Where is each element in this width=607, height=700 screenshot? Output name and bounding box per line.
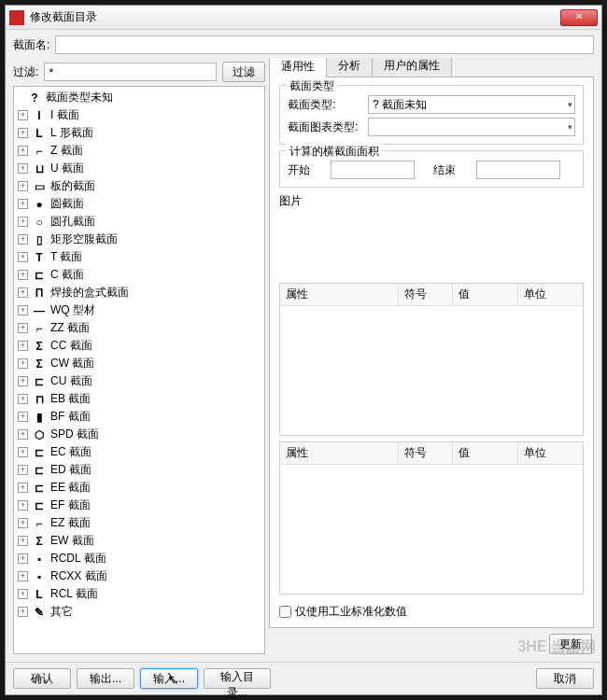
property-table-1[interactable]: 属性 符号 值 单位 [279, 283, 584, 436]
section-shape-icon: ⊏ [32, 482, 47, 495]
expand-icon[interactable]: + [18, 358, 28, 369]
only-standard-checkbox[interactable] [279, 606, 291, 618]
property-table-2[interactable]: 属性 符号 值 单位 [279, 441, 584, 595]
update-button[interactable]: 更新 [549, 634, 592, 654]
tree-item[interactable]: +⊓EB 截面 [14, 390, 264, 408]
tree-item[interactable]: +—WQ 型材 [14, 301, 264, 319]
tree-item[interactable]: +ΣCC 截面 [14, 337, 264, 355]
section-type-label: 截面类型: [288, 97, 362, 113]
filter-input[interactable] [44, 63, 217, 81]
tree-item[interactable]: +LL 形截面 [14, 124, 264, 142]
filter-row: 过滤: 过滤 [13, 62, 265, 82]
tree-item[interactable]: +ΣEW 截面 [14, 532, 264, 550]
dialog-window: 修改截面目录 ✕ 截面名: 过滤: 过滤 ?截面类型未知+II 截面+LL 形截… [5, 5, 602, 695]
tree-item[interactable]: +▮BF 截面 [14, 408, 264, 426]
expand-icon[interactable]: + [18, 128, 28, 138]
tree-item[interactable]: +⊔U 截面 [14, 160, 264, 177]
tree-item[interactable]: +⌐ZZ 截面 [14, 319, 264, 337]
expand-icon[interactable]: + [18, 518, 28, 528]
tree-item-label: 其它 [50, 604, 73, 620]
expand-icon[interactable]: + [18, 181, 28, 191]
expand-icon[interactable]: + [18, 394, 28, 404]
expand-icon[interactable]: + [18, 199, 28, 209]
ok-button[interactable]: 确认 [13, 668, 71, 689]
tree-item-label: C 截面 [50, 267, 84, 283]
tree-item-label: 圆孔截面 [50, 214, 95, 230]
expand-icon[interactable]: + [18, 252, 28, 262]
expand-icon[interactable]: + [18, 217, 28, 227]
expand-icon[interactable]: + [18, 234, 28, 245]
tree-item[interactable]: +▭板的截面 [14, 177, 264, 195]
expand-icon[interactable]: + [18, 429, 28, 440]
tree-item[interactable]: ?截面类型未知 [14, 89, 264, 106]
expand-icon[interactable]: + [18, 607, 28, 617]
section-shape-icon: ▭ [32, 180, 47, 193]
close-button[interactable]: ✕ [560, 9, 598, 26]
tree-item-label: CW 截面 [50, 356, 94, 371]
expand-icon[interactable]: + [18, 323, 28, 333]
tree-item[interactable]: +⊏EE 截面 [14, 479, 264, 497]
expand-icon[interactable]: + [18, 465, 28, 475]
col-unit: 单位 [518, 442, 583, 464]
tree-item[interactable]: +⌐Z 截面 [14, 142, 264, 160]
cancel-button[interactable]: 取消 [536, 668, 594, 689]
tree-item-label: BF 截面 [50, 409, 91, 425]
tree-item[interactable]: +⊏EC 截面 [14, 443, 264, 461]
tree-item[interactable]: +Π焊接的盒式截面 [14, 284, 264, 301]
import-button[interactable]: 输入... [140, 668, 198, 689]
start-input[interactable] [331, 161, 415, 179]
import-dir-button[interactable]: 输入目录... [204, 668, 271, 689]
tree-item[interactable]: +ΣCW 截面 [14, 355, 264, 372]
tree-item[interactable]: +⊏ED 截面 [14, 461, 264, 479]
filter-button[interactable]: 过滤 [222, 62, 265, 82]
tree-item[interactable]: +⊏EF 截面 [14, 497, 264, 514]
section-name-input[interactable] [55, 35, 594, 54]
tree-item[interactable]: +▯矩形空腹截面 [14, 231, 264, 248]
section-shape-icon: — [32, 304, 47, 317]
col-symbol: 符号 [399, 442, 454, 464]
expand-icon[interactable]: + [18, 163, 28, 174]
tree-item-label: RCDL 截面 [50, 551, 106, 567]
tab-analysis[interactable]: 分析 [326, 58, 373, 77]
section-tree[interactable]: ?截面类型未知+II 截面+LL 形截面+⌐Z 截面+⊔U 截面+▭板的截面+●… [13, 86, 265, 654]
tree-item[interactable]: +○圆孔截面 [14, 213, 264, 231]
group-section-type: 截面类型 截面类型: ? 截面未知 ▾ 截面图表类型: [279, 85, 584, 145]
tree-item-label: EF 截面 [50, 497, 91, 513]
chevron-down-icon: ▾ [568, 100, 572, 109]
expand-icon[interactable]: + [18, 110, 28, 120]
left-pane: 过滤: 过滤 ?截面类型未知+II 截面+LL 形截面+⌐Z 截面+⊔U 截面+… [13, 58, 265, 654]
tree-item[interactable]: +▪RCXX 截面 [14, 567, 264, 585]
expand-icon[interactable]: + [18, 589, 28, 599]
tab-general[interactable]: 通用性 [269, 58, 327, 77]
expand-icon[interactable]: + [18, 270, 28, 280]
expand-icon[interactable]: + [18, 483, 28, 493]
tree-item[interactable]: +●圆截面 [14, 195, 264, 213]
expand-icon[interactable]: + [18, 305, 28, 315]
tree-item[interactable]: +▪RCDL 截面 [14, 550, 264, 567]
tree-item[interactable]: +TT 截面 [14, 248, 264, 266]
expand-icon[interactable]: + [18, 376, 28, 386]
expand-icon[interactable]: + [18, 571, 28, 581]
expand-icon[interactable]: + [18, 553, 28, 564]
expand-icon[interactable]: + [18, 341, 28, 351]
expand-icon[interactable]: + [18, 536, 28, 546]
tree-item[interactable]: +LRCL 截面 [14, 585, 264, 603]
expand-icon[interactable]: + [18, 447, 28, 457]
section-chart-combo[interactable]: ▾ [368, 118, 575, 136]
section-shape-icon: ⌐ [32, 145, 47, 158]
tree-item[interactable]: +⌐EZ 截面 [14, 514, 264, 532]
expand-icon[interactable]: + [18, 146, 28, 156]
export-button[interactable]: 输出... [77, 668, 134, 689]
tree-item-label: T 截面 [50, 249, 82, 265]
tree-item[interactable]: +⬡SPD 截面 [14, 426, 264, 443]
tree-item[interactable]: +⊏C 截面 [14, 266, 264, 284]
end-input[interactable] [476, 161, 560, 179]
tree-item[interactable]: +⊏CU 截面 [14, 372, 264, 390]
section-type-combo[interactable]: ? 截面未知 ▾ [368, 95, 575, 114]
expand-icon[interactable]: + [18, 412, 28, 422]
tab-userattr[interactable]: 用户的属性 [372, 58, 452, 77]
expand-icon[interactable]: + [18, 500, 28, 511]
tree-item[interactable]: +✎其它 [14, 603, 264, 621]
tree-item[interactable]: +II 截面 [14, 106, 264, 124]
expand-icon[interactable]: + [18, 287, 28, 298]
